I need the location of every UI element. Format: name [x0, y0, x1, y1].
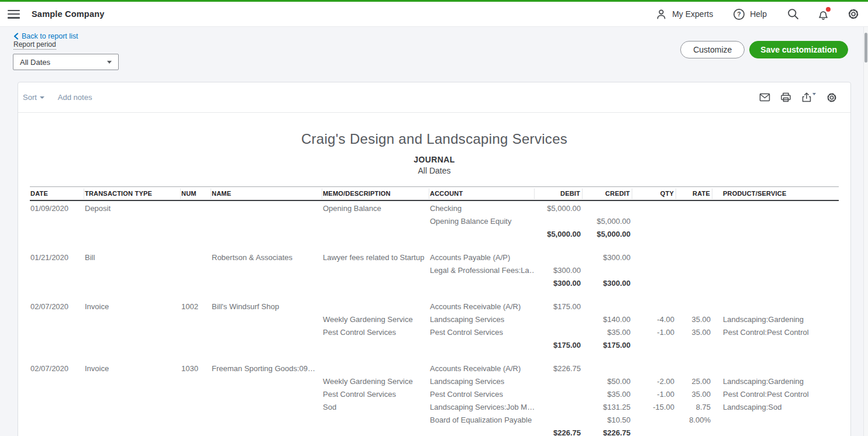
email-button[interactable]: [759, 92, 770, 103]
cell-num: [181, 215, 211, 228]
cell-num: [181, 264, 211, 277]
cell-credit: $140.00: [583, 313, 632, 326]
cell-date: [30, 375, 84, 388]
cell-date: [30, 427, 84, 436]
column-header-account: ACCOUNT: [429, 189, 535, 199]
journal-row[interactable]: 02/07/2020Invoice1030Freeman Sporting Go…: [30, 362, 839, 375]
cell-credit: $50.00: [583, 375, 632, 388]
sort-button[interactable]: Sort: [23, 93, 44, 102]
journal-row[interactable]: Opening Balance Equity$5,000.00: [30, 215, 839, 228]
cell-rate: 35.00: [676, 388, 712, 401]
cell-account: Opening Balance Equity: [429, 215, 535, 228]
journal-row[interactable]: 01/09/2020DepositOpening BalanceChecking…: [30, 202, 839, 215]
cell-qty: -1.00: [632, 326, 676, 339]
cell-type: [84, 277, 181, 290]
cell-name: [211, 228, 322, 241]
report-settings-button[interactable]: [826, 92, 838, 103]
report-period-value: All Dates: [20, 58, 50, 67]
settings-button[interactable]: [847, 8, 860, 20]
cell-type: [84, 414, 181, 427]
cell-account: Accounts Payable (A/P): [429, 251, 535, 264]
cell-type: Bill: [84, 251, 181, 264]
journal-row[interactable]: Legal & Professional Fees:La…$300.00: [30, 264, 839, 277]
cell-credit: $131.25: [583, 401, 632, 414]
cell-type: [84, 375, 181, 388]
cell-credit: $175.00: [583, 339, 632, 352]
hamburger-menu-icon[interactable]: [8, 10, 20, 19]
top-navigation-bar: Sample Company My Experts ? Help: [0, 0, 868, 27]
cell-qty: -15.00: [632, 401, 676, 414]
cell-credit: $35.00: [583, 326, 632, 339]
cell-date: [30, 277, 84, 290]
cell-debit: $300.00: [535, 277, 583, 290]
report-period-label: Report period: [13, 40, 56, 50]
cell-rate: [676, 362, 712, 375]
report-toolbar-icons: [759, 92, 838, 103]
cell-num: [181, 313, 211, 326]
report-title-block: Craig's Design and Landscaping Services …: [18, 130, 850, 176]
add-notes-button[interactable]: Add notes: [58, 93, 92, 102]
cell-account: [429, 277, 535, 290]
cell-type: Invoice: [84, 362, 181, 375]
cell-name: [211, 202, 322, 215]
journal-row[interactable]: Pest Control ServicesPest Control Servic…: [30, 388, 839, 401]
cell-num: [181, 427, 211, 436]
cell-memo: [322, 339, 429, 352]
journal-row[interactable]: Weekly Gardening ServiceLandscaping Serv…: [30, 375, 839, 388]
cell-rate: 25.00: [676, 375, 712, 388]
column-header-rate: RATE: [676, 189, 712, 199]
help-button[interactable]: ? Help: [733, 8, 767, 20]
cell-account: Landscaping Services: [429, 375, 535, 388]
cell-type: [84, 427, 181, 436]
cell-memo: [322, 264, 429, 277]
cell-credit: $10.50: [583, 414, 632, 427]
notifications-button[interactable]: [817, 8, 829, 20]
journal-row[interactable]: 01/21/2020BillRobertson & AssociatesLawy…: [30, 251, 839, 264]
journal-row[interactable]: SodLandscaping Services:Job M…$131.25-15…: [30, 401, 839, 414]
back-to-report-list-link[interactable]: Back to report list: [13, 32, 78, 40]
column-header-name: NAME: [211, 189, 322, 199]
cell-credit: $35.00: [583, 388, 632, 401]
cell-credit: $226.75: [583, 427, 632, 436]
scrollbar-thumb[interactable]: [864, 33, 867, 63]
person-icon: [655, 8, 667, 20]
export-button[interactable]: [801, 92, 816, 103]
cell-qty: [632, 277, 676, 290]
cell-product: [712, 339, 839, 352]
cell-account: Board of Equalization Payable: [429, 414, 535, 427]
journal-row[interactable]: 02/07/2020Invoice1002Bill's Windsurf Sho…: [30, 300, 839, 313]
journal-row[interactable]: Pest Control ServicesPest Control Servic…: [30, 326, 839, 339]
cell-rate: 8.00%: [676, 414, 712, 427]
customize-button[interactable]: Customize: [680, 41, 745, 58]
search-button[interactable]: [787, 8, 800, 20]
column-header-memo: MEMO/DESCRIPTION: [322, 189, 429, 199]
journal-row[interactable]: Weekly Gardening ServiceLandscaping Serv…: [30, 313, 839, 326]
cell-credit: $5,000.00: [583, 215, 632, 228]
print-button[interactable]: [780, 92, 791, 103]
cell-num: [181, 339, 211, 352]
cell-num: [181, 375, 211, 388]
report-period-select[interactable]: All Dates: [13, 54, 119, 70]
cell-qty: [632, 339, 676, 352]
journal-row[interactable]: Board of Equalization Payable$10.508.00%: [30, 414, 839, 427]
cell-debit: [535, 388, 583, 401]
my-experts-button[interactable]: My Experts: [655, 8, 713, 20]
printer-icon: [780, 92, 791, 103]
cell-date: 01/09/2020: [30, 202, 84, 215]
report-actions: Customize Save customization: [680, 41, 848, 58]
cell-account: Landscaping Services:Job M…: [429, 401, 535, 414]
save-customization-button[interactable]: Save customization: [749, 41, 848, 58]
cell-date: [30, 414, 84, 427]
cell-product: [712, 251, 839, 264]
page-scrollbar: [863, 27, 868, 436]
company-name: Sample Company: [32, 9, 104, 19]
cell-name: [211, 388, 322, 401]
cell-account: [429, 339, 535, 352]
cell-name: [211, 326, 322, 339]
cell-memo: Weekly Gardening Service: [322, 313, 429, 326]
cell-num: 1030: [181, 362, 211, 375]
cell-name: [211, 277, 322, 290]
cell-qty: [632, 215, 676, 228]
report-type-title: JOURNAL: [18, 155, 850, 165]
journal-table: DATETRANSACTION TYPENUMNAMEMEMO/DESCRIPT…: [30, 186, 839, 436]
